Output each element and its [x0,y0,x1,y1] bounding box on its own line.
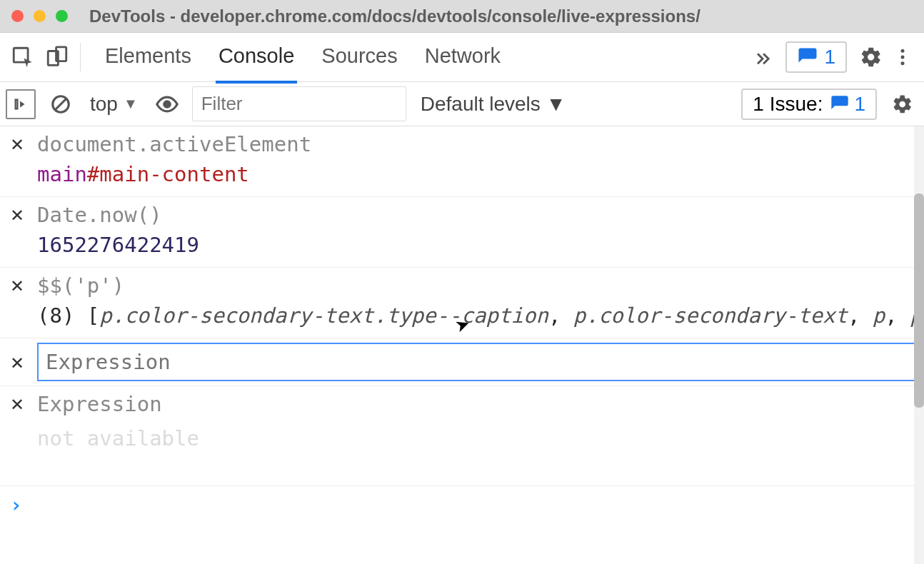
context-selector[interactable]: top ▼ [86,91,142,117]
context-label: top [90,93,118,116]
kebab-menu-icon[interactable] [887,41,918,73]
tab-sources[interactable]: Sources [318,31,400,84]
main-toolbar: Elements Console Sources Network 1 [0,33,924,82]
filter-input[interactable] [192,86,406,121]
more-tabs-icon[interactable] [748,43,777,71]
issue-pill[interactable]: 1 Issue: 1 [741,89,877,120]
live-expression-row: ✕ Date.now() 1652276422419 [0,197,924,268]
window-minimize-button[interactable] [34,10,46,22]
live-expression-row: ✕ Expression [0,386,924,432]
window-titlebar: DevTools - developer.chrome.com/docs/dev… [0,0,924,33]
live-expression-row: ✕ document.activeElement main#main-conte… [0,126,924,197]
prompt-arrow-icon: › [10,493,22,517]
console-settings-icon[interactable] [887,89,918,120]
window-maximize-button[interactable] [56,10,68,22]
close-icon[interactable]: ✕ [9,353,26,373]
scrollbar-thumb[interactable] [914,193,924,408]
tab-console[interactable]: Console [216,31,297,84]
issues-badge[interactable]: 1 [785,41,847,73]
window-title: DevTools - developer.chrome.com/docs/dev… [89,6,700,26]
devtools-tabs: Elements Console Sources Network [102,31,748,84]
live-expression-input-row: ✕ [0,338,924,386]
console-prompt[interactable]: › [0,485,914,524]
traffic-lights [11,10,68,22]
expression-source[interactable]: Expression [37,392,915,416]
svg-line-8 [56,99,66,109]
settings-icon[interactable] [855,41,887,73]
svg-point-5 [901,61,905,65]
inspect-element-icon[interactable] [6,40,40,74]
window-close-button[interactable] [11,10,24,22]
issues-count: 1 [824,46,835,69]
live-expression-button[interactable] [152,89,182,119]
svg-point-3 [901,49,905,53]
chevron-down-icon: ▼ [124,96,138,112]
close-icon[interactable]: ✕ [9,135,26,155]
close-icon[interactable]: ✕ [9,276,26,296]
console-body: ✕ document.activeElement main#main-conte… [0,126,924,564]
console-toolbar: top ▼ Default levels ▼ 1 Issue: 1 [0,82,924,126]
expression-result[interactable]: main#main-content [37,162,915,186]
toolbar-divider [80,43,81,71]
tab-network[interactable]: Network [422,31,503,84]
issue-count: 1 [854,93,865,116]
device-toggle-icon[interactable] [40,40,74,74]
expression-result[interactable]: 1652276422419 [37,233,915,257]
levels-label: Default levels [421,93,541,116]
tab-elements[interactable]: Elements [102,31,194,84]
issue-label: 1 Issue: [753,93,823,116]
scrollbar[interactable] [914,126,924,564]
expression-result[interactable]: (8) [p.color-secondary-text.type--captio… [37,303,915,328]
svg-point-9 [164,101,170,107]
expression-result: not available [0,426,924,450]
clear-console-button[interactable] [46,89,76,119]
chevron-down-icon: ▼ [546,93,566,116]
expression-source[interactable]: document.activeElement [37,132,915,156]
svg-rect-6 [16,99,18,109]
toggle-sidebar-button[interactable] [6,89,36,119]
close-icon[interactable]: ✕ [9,395,26,415]
expression-source[interactable]: $$('p') [37,273,915,298]
live-expression-row: ✕ $$('p') (8) [p.color-secondary-text.ty… [0,268,924,338]
svg-point-4 [901,56,905,59]
expression-source[interactable]: Date.now() [37,203,915,227]
expression-input[interactable] [37,343,915,381]
log-levels-selector[interactable]: Default levels ▼ [421,93,566,116]
close-icon[interactable]: ✕ [9,206,26,226]
